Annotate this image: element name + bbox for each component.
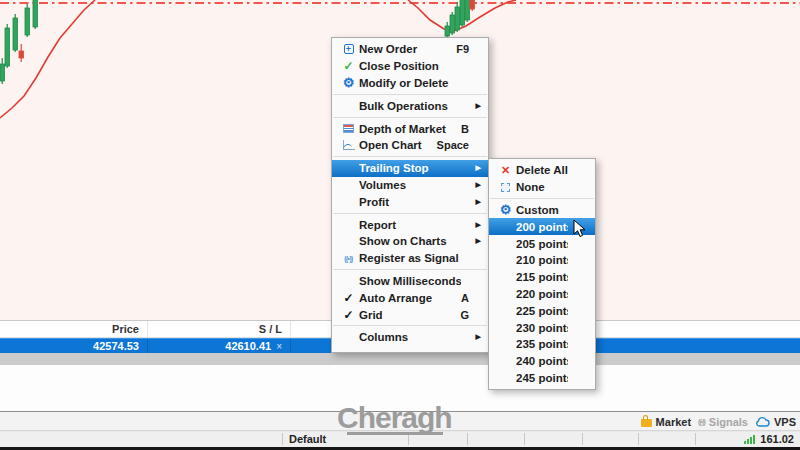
menu-item-label: Show on Charts	[359, 235, 461, 247]
submenu-arrow-icon: ▶	[473, 164, 481, 172]
position-sl-cell: 42610.41 ×	[148, 339, 291, 353]
column-header-sl[interactable]: S / L	[148, 321, 291, 337]
menu-item-label: Delete All	[516, 164, 568, 176]
submenu-arrow-icon: ▶	[473, 221, 481, 229]
menu-item-shortcut: B	[461, 123, 469, 135]
submenu-item-none[interactable]: None ▶	[489, 179, 595, 196]
menu-item-new-order[interactable]: New Order F9 ▶	[332, 41, 488, 58]
menu-item-modify-or-delete[interactable]: Modify or Delete ▶	[332, 75, 488, 92]
submenu-item-245-points[interactable]: 245 points ▶	[489, 370, 595, 387]
menu-item-report[interactable]: Report ▶	[332, 216, 488, 233]
menu-item-label: Volumes	[359, 179, 461, 191]
no-icon	[495, 319, 516, 336]
menu-item-open-chart[interactable]: Open Chart Space ▶	[332, 137, 488, 154]
menu-item-shortcut: F9	[456, 43, 469, 55]
vps-dock-button[interactable]: VPS	[755, 416, 796, 428]
menu-item-label: 215 points	[516, 271, 568, 283]
submenu-item-230-points[interactable]: 230 points ▶	[489, 319, 595, 336]
menu-item-label: 230 points	[516, 322, 568, 334]
menu-item-label: Profit	[359, 196, 461, 208]
menu-item-shortcut: Space	[437, 139, 469, 151]
vps-cloud-icon	[755, 416, 770, 427]
no-icon	[495, 336, 516, 353]
menu-item-grid[interactable]: Grid G ▶	[332, 306, 488, 323]
menu-item-label: Grid	[359, 309, 452, 321]
position-price-cell: 42574.53	[0, 339, 148, 353]
x-red-icon	[495, 162, 516, 179]
submenu-arrow-icon: ▶	[473, 198, 481, 206]
menu-item-show-on-charts[interactable]: Show on Charts ▶	[332, 233, 488, 250]
none-square-icon	[495, 179, 516, 196]
menu-item-shortcut: A	[461, 292, 469, 304]
submenu-arrow-icon: ▶	[473, 333, 481, 341]
no-icon	[338, 233, 359, 250]
profile-name[interactable]: Default	[289, 433, 326, 445]
menu-item-label: Report	[359, 219, 461, 231]
submenu-item-225-points[interactable]: 225 points ▶	[489, 302, 595, 319]
menu-item-volumes[interactable]: Volumes ▶	[332, 177, 488, 194]
submenu-item-240-points[interactable]: 240 points ▶	[489, 353, 595, 370]
menu-item-label: Columns	[359, 331, 461, 343]
menu-item-label: 245 points	[516, 372, 568, 384]
submenu-item-215-points[interactable]: 215 points ▶	[489, 269, 595, 286]
submenu-item-custom[interactable]: Custom ▶	[489, 202, 595, 219]
submenu-item-210-points[interactable]: 210 points ▶	[489, 252, 595, 269]
submenu-item-235-points[interactable]: 235 points ▶	[489, 336, 595, 353]
no-icon	[338, 160, 359, 177]
menu-item-label: 220 points	[516, 288, 568, 300]
connection-status[interactable]: 161.02	[744, 433, 794, 445]
signal-icon	[338, 250, 359, 267]
chart-icon	[338, 137, 359, 154]
menu-separator	[333, 269, 487, 270]
menu-item-label: 225 points	[516, 305, 568, 317]
menu-item-label: Bulk Operations	[359, 100, 461, 112]
menu-item-columns[interactable]: Columns ▶	[332, 329, 488, 346]
no-icon	[338, 97, 359, 114]
menu-item-label: None	[516, 181, 568, 193]
position-sl-value: 42610.41	[225, 340, 271, 353]
submenu-arrow-icon: ▶	[473, 102, 481, 110]
submenu-arrow-icon: ▶	[473, 181, 481, 189]
status-separator	[695, 433, 696, 445]
no-icon	[495, 286, 516, 303]
menu-item-label: Trailing Stop	[359, 162, 461, 174]
menu-item-depth-of-market[interactable]: Depth of Market B ▶	[332, 120, 488, 137]
signals-dock-button[interactable]: ((•)) Signals	[698, 416, 748, 428]
menu-item-auto-arrange[interactable]: Auto Arrange A ▶	[332, 289, 488, 306]
gear-blue-icon	[338, 75, 359, 92]
menu-item-register-as-signal[interactable]: Register as Signal ▶	[332, 250, 488, 267]
position-context-menu: New Order F9 ▶ Close Position ▶ Modify o…	[331, 37, 489, 353]
submenu-item-220-points[interactable]: 220 points ▶	[489, 286, 595, 303]
menu-separator	[490, 198, 594, 199]
signals-label: Signals	[709, 416, 748, 428]
status-separator	[638, 433, 639, 445]
market-dock-button[interactable]: Market	[641, 416, 691, 428]
menu-item-bulk-operations[interactable]: Bulk Operations ▶	[332, 97, 488, 114]
status-separator	[524, 433, 525, 445]
menu-item-label: Modify or Delete	[359, 77, 461, 89]
no-icon	[495, 235, 516, 252]
watermark-text: Cheragh	[337, 403, 452, 433]
menu-item-show-milliseconds[interactable]: Show Milliseconds ▶	[332, 273, 488, 290]
menu-item-label: 235 points	[516, 338, 568, 350]
menu-item-label: Open Chart	[359, 139, 429, 151]
no-icon	[495, 302, 516, 319]
menu-item-label: 240 points	[516, 355, 568, 367]
menu-item-trailing-stop[interactable]: Trailing Stop ▶	[332, 160, 488, 177]
column-header-price[interactable]: Price	[0, 321, 148, 337]
no-icon	[495, 269, 516, 286]
menu-item-label: Close Position	[359, 60, 461, 72]
menu-item-label: Register as Signal	[359, 252, 461, 264]
menu-item-label: New Order	[359, 43, 448, 55]
connection-ping: 161.02	[760, 433, 794, 445]
market-bag-icon	[641, 419, 652, 427]
market-label: Market	[656, 416, 691, 428]
connection-bars-icon	[744, 434, 755, 445]
menu-item-profit[interactable]: Profit ▶	[332, 193, 488, 210]
remove-sl-icon[interactable]: ×	[276, 340, 282, 353]
menu-separator	[333, 213, 487, 214]
no-icon	[338, 216, 359, 233]
submenu-item-delete-all[interactable]: Delete All ▶	[489, 162, 595, 179]
menu-item-label: Show Milliseconds	[359, 275, 461, 287]
menu-item-close-position[interactable]: Close Position ▶	[332, 58, 488, 75]
